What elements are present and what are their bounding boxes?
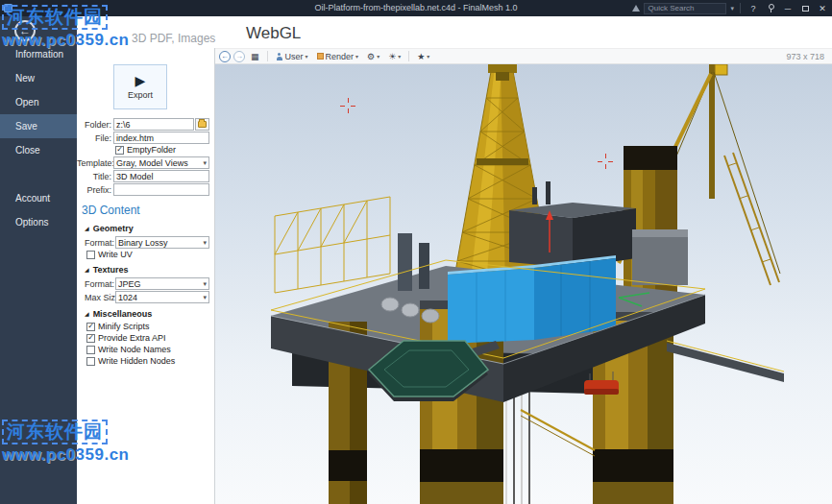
- toolbar-separator: [408, 51, 409, 61]
- empty-folder-checkbox[interactable]: [115, 146, 124, 155]
- hidden-nodes-checkbox[interactable]: [86, 357, 95, 366]
- node-names-label: Write Node Names: [98, 345, 171, 354]
- minimize-button[interactable]: ─: [781, 2, 795, 14]
- max-size-select[interactable]: 1024 ▾: [115, 291, 209, 303]
- user-icon: [276, 53, 283, 60]
- chevron-down-icon: ▾: [427, 53, 429, 60]
- format-list-label[interactable]: 3D PDF, Images: [132, 32, 215, 45]
- placement-crosshair: [340, 98, 355, 113]
- warning-icon[interactable]: [632, 5, 640, 12]
- sidebar-item-account[interactable]: Account: [0, 186, 77, 210]
- pin-button[interactable]: [764, 2, 777, 14]
- title-input[interactable]: [113, 170, 209, 182]
- nav-forward-button[interactable]: →: [233, 51, 245, 62]
- folder-field-row: Folder:: [77, 118, 209, 131]
- geometry-format-select[interactable]: Binary Lossy ▾: [115, 236, 209, 249]
- node-names-checkbox[interactable]: [86, 346, 95, 354]
- prefix-input[interactable]: [113, 183, 209, 196]
- close-button[interactable]: ✕: [816, 2, 829, 14]
- render-cube-icon: [317, 53, 324, 60]
- max-size-row: Max Size: 1024 ▾: [85, 291, 209, 303]
- hidden-nodes-label: Write Hidden Nodes: [98, 356, 175, 366]
- extra-api-label: Provide Extra API: [98, 333, 166, 343]
- textures-format-label: Format:: [85, 279, 113, 289]
- write-uv-row[interactable]: Write UV: [86, 250, 214, 259]
- titlebar-controls: ▾ ? ─ ✕: [632, 0, 829, 16]
- textures-group-title: Textures: [93, 265, 129, 275]
- sidebar-item-new[interactable]: New: [0, 66, 77, 90]
- prefix-label: Prefix:: [77, 185, 111, 195]
- render-menu-button[interactable]: Render ▾: [314, 50, 362, 62]
- geometry-format-label: Format:: [85, 238, 113, 248]
- sidebar-item-save[interactable]: Save: [0, 114, 77, 138]
- hidden-nodes-row[interactable]: Write Hidden Nodes: [86, 356, 214, 366]
- gear-icon: ⚙: [367, 52, 375, 61]
- extra-api-row[interactable]: Provide Extra API: [86, 333, 214, 343]
- toolbar-separator: [267, 51, 268, 61]
- max-size-value: 1024: [118, 293, 202, 302]
- placement-crosshair: [598, 154, 613, 169]
- extra-api-checkbox[interactable]: [86, 334, 95, 343]
- favorites-menu-button[interactable]: ★ ▾: [414, 50, 432, 62]
- geometry-group-title: Geometry: [93, 224, 134, 233]
- titlebar: Oil-Platform-from-thepixellab.net.c4d - …: [0, 0, 832, 16]
- textures-format-row: Format: JPEG ▾: [85, 277, 209, 290]
- textures-format-select[interactable]: JPEG ▾: [115, 277, 209, 290]
- quick-search-input[interactable]: [644, 3, 726, 14]
- minify-scripts-row[interactable]: Minify Scripts: [86, 322, 214, 331]
- collapse-triangle-icon: ◢: [85, 267, 89, 273]
- collapse-triangle-icon: ◢: [85, 226, 89, 231]
- textures-format-value: JPEG: [118, 279, 202, 289]
- node-names-row[interactable]: Write Node Names: [86, 345, 214, 354]
- minify-scripts-label: Minify Scripts: [98, 322, 150, 331]
- maximize-button[interactable]: [798, 2, 812, 14]
- export-settings-panel: ▶ Export Folder: File: EmptyFolder: [77, 48, 215, 504]
- nav-back-button[interactable]: ←: [219, 51, 231, 62]
- sidebar-item-options[interactable]: Options: [0, 210, 77, 234]
- search-chevron-icon[interactable]: ▾: [730, 5, 734, 12]
- main-area: 3D PDF, Images WebGL ▶ Export Folder: Fi…: [77, 16, 832, 504]
- play-icon: ▶: [135, 74, 146, 87]
- settings-menu-button[interactable]: ⚙ ▾: [364, 50, 382, 62]
- geometry-group-header[interactable]: ◢ Geometry: [85, 223, 214, 233]
- fit-view-button[interactable]: ▦: [248, 50, 262, 62]
- write-uv-checkbox[interactable]: [86, 251, 95, 259]
- light-icon: ☀: [388, 52, 396, 61]
- template-select[interactable]: Gray, Model Views ▾: [113, 156, 209, 169]
- lighting-menu-button[interactable]: ☀ ▾: [385, 50, 404, 62]
- pin-icon: [768, 4, 773, 12]
- template-select-value: Gray, Model Views: [116, 158, 202, 168]
- geometry-format-value: Binary Lossy: [118, 238, 202, 248]
- 3d-viewport[interactable]: [215, 64, 832, 504]
- content-row: ▶ Export Folder: File: EmptyFolder: [77, 48, 832, 504]
- app-window: Oil-Platform-from-thepixellab.net.c4d - …: [0, 0, 832, 504]
- viewport-3d-scene[interactable]: [215, 64, 832, 504]
- save-page-header: 3D PDF, Images WebGL: [77, 16, 832, 48]
- template-label: Template:: [77, 158, 111, 168]
- minify-scripts-checkbox[interactable]: [86, 323, 95, 331]
- chevron-down-icon: ▾: [355, 53, 358, 60]
- help-button[interactable]: ?: [746, 2, 760, 14]
- sidebar-item-information[interactable]: Information: [0, 42, 77, 66]
- back-arrow-icon: ←: [221, 52, 229, 60]
- folder-input[interactable]: [113, 118, 194, 131]
- sidebar: ← Information New Open Save Close Accoun…: [0, 16, 77, 504]
- titlebar-separator: [740, 3, 741, 13]
- back-arrow-icon: ←: [19, 24, 31, 37]
- misc-group-header[interactable]: ◢ Miscellaneous: [85, 308, 214, 319]
- user-menu-button[interactable]: User ▾: [273, 50, 311, 62]
- empty-folder-row[interactable]: EmptyFolder: [115, 145, 214, 155]
- sidebar-item-open[interactable]: Open: [0, 90, 77, 114]
- viewport-size-label: 973 x 718: [786, 52, 824, 61]
- back-button[interactable]: ←: [14, 20, 36, 41]
- prefix-field-row: Prefix:: [77, 183, 209, 196]
- viewport-toolbar: ← → ▦ User ▾ Render ▾ ⚙: [215, 48, 832, 64]
- chevron-down-icon: ▾: [398, 53, 401, 60]
- sidebar-item-close[interactable]: Close: [0, 138, 77, 162]
- browse-folder-button[interactable]: [195, 118, 209, 131]
- viewport-column: ← → ▦ User ▾ Render ▾ ⚙: [215, 48, 832, 504]
- textures-group-header[interactable]: ◢ Textures: [85, 264, 214, 275]
- file-input[interactable]: [113, 132, 209, 144]
- export-button[interactable]: ▶ Export: [113, 64, 167, 109]
- chevron-down-icon: ▾: [306, 53, 308, 60]
